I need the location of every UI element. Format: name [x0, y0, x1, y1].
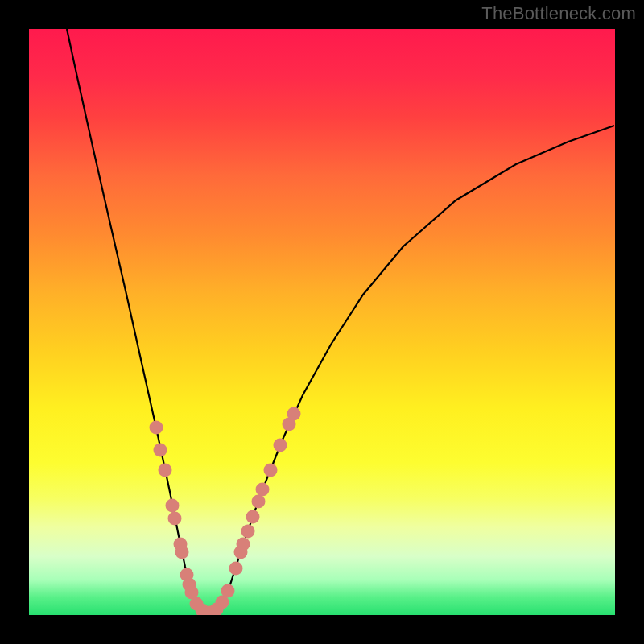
- data-dot: [168, 512, 182, 526]
- data-dot: [159, 464, 172, 477]
- watermark-text: TheBottleneck.com: [481, 3, 636, 24]
- data-dot: [166, 499, 180, 513]
- data-dot: [221, 584, 235, 598]
- chart-svg: [29, 29, 615, 615]
- data-dot: [246, 510, 260, 524]
- data-dot: [237, 538, 250, 551]
- curve-right-branch: [210, 126, 614, 613]
- chart-area: [29, 29, 615, 615]
- data-dot: [256, 483, 270, 497]
- data-dot: [154, 444, 167, 457]
- data-dot: [150, 421, 163, 435]
- data-dot: [242, 525, 255, 539]
- curve-left-branch: [67, 29, 210, 613]
- data-dot: [252, 495, 266, 509]
- data-dot: [264, 464, 278, 477]
- data-dot: [175, 546, 189, 559]
- data-dot: [229, 562, 243, 576]
- data-dots: [150, 407, 301, 616]
- data-dot: [274, 439, 287, 452]
- data-dot: [287, 407, 301, 421]
